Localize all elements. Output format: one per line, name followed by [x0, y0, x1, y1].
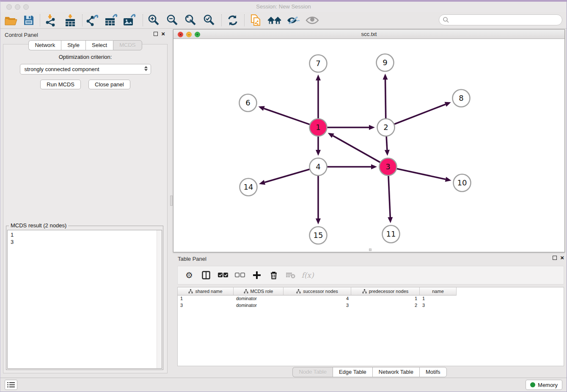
add-column-icon[interactable]: [251, 270, 262, 281]
network-canvas[interactable]: 7968124314101511: [173, 39, 564, 252]
table-row[interactable]: 3dominator323: [178, 302, 564, 309]
select-all-checks-icon[interactable]: [217, 270, 228, 281]
table-cell: 4: [284, 295, 351, 302]
tab-style[interactable]: Style: [61, 40, 85, 50]
column-header-MCDS-role[interactable]: MCDS role: [234, 287, 284, 295]
zoom-out-icon[interactable]: [165, 14, 179, 27]
network-graph[interactable]: 7968124314101511: [173, 39, 564, 252]
table-cell: 1: [351, 295, 420, 302]
table-tabs: Node TableEdge TableNetwork TableMotifs: [172, 367, 567, 377]
tab-edge-table[interactable]: Edge Table: [333, 367, 372, 377]
tab-node-table[interactable]: Node Table: [292, 367, 333, 377]
show-details-icon[interactable]: [305, 14, 319, 27]
column-header-predecessor-nodes[interactable]: predecessor nodes: [351, 287, 420, 295]
network-view-title: scc.txt: [173, 31, 564, 37]
close-panel-icon[interactable]: ×: [161, 32, 165, 36]
edge-2-3[interactable]: [386, 136, 387, 150]
view-resize-handle[interactable]: [369, 248, 372, 251]
open-folder-icon[interactable]: [4, 14, 18, 27]
node-label: 10: [457, 178, 467, 187]
tab-motifs[interactable]: Motifs: [419, 367, 447, 377]
close-table-panel-icon[interactable]: ×: [560, 256, 564, 260]
clone-network-icon[interactable]: [249, 14, 263, 27]
table-toolbar: ⚙ f(x): [177, 266, 564, 284]
hide-details-icon[interactable]: [286, 14, 300, 27]
column-header-successor-nodes[interactable]: successor nodes: [284, 287, 351, 295]
export-table-icon[interactable]: [104, 14, 118, 27]
result-scrollbar[interactable]: [157, 230, 162, 368]
gear-icon[interactable]: ⚙: [184, 270, 195, 281]
tab-select[interactable]: Select: [85, 40, 113, 50]
edge-3-1[interactable]: [333, 136, 381, 163]
table-cell: dominator: [234, 302, 284, 309]
task-history-button[interactable]: [5, 380, 17, 390]
table-cell: dominator: [234, 295, 284, 302]
criterion-select[interactable]: strongly connected component: [20, 64, 151, 75]
edge-arrow-icon: [369, 125, 375, 130]
table-header-row: shared nameMCDS rolesuccessor nodesprede…: [178, 287, 564, 295]
mcds-result-list[interactable]: 13: [7, 230, 162, 369]
edge-1-6[interactable]: [264, 108, 310, 124]
select-stepper-icon: [144, 66, 148, 71]
zoom-fit-icon[interactable]: [183, 14, 198, 27]
function-builder-icon[interactable]: f(x): [302, 270, 313, 281]
table-panel-title: Table Panel: [178, 256, 206, 262]
edge-2-9[interactable]: [385, 80, 386, 119]
tab-network-table[interactable]: Network Table: [372, 367, 419, 377]
window-title: Session: New Session: [0, 3, 567, 10]
table-row[interactable]: 1dominator411: [178, 295, 564, 302]
toolbar-separator: [82, 14, 83, 26]
float-panel-icon[interactable]: [154, 32, 158, 36]
clear-all-checks-icon[interactable]: [234, 270, 245, 281]
export-image-icon[interactable]: [122, 14, 137, 27]
main-toolbar: [0, 12, 567, 29]
control-panel-title: Control Panel: [5, 32, 38, 38]
search-input[interactable]: [449, 17, 555, 23]
edge-2-8[interactable]: [394, 104, 446, 124]
edge-3-10[interactable]: [396, 168, 446, 179]
table-panel: Table Panel × ⚙ f(x) shared nameMCDS rol…: [172, 253, 567, 378]
delete-table-icon[interactable]: [285, 270, 296, 281]
tab-network[interactable]: Network: [28, 40, 61, 50]
memory-status-icon: [530, 382, 535, 387]
edge-arrow-icon: [259, 106, 265, 111]
edge-arrow-icon: [388, 217, 393, 223]
column-header-name[interactable]: name: [420, 287, 457, 295]
close-panel-button[interactable]: Close panel: [88, 80, 130, 89]
edge-arrow-icon: [385, 150, 390, 156]
node-table[interactable]: shared nameMCDS rolesuccessor nodesprede…: [177, 287, 564, 366]
search-field[interactable]: [439, 14, 562, 25]
mcds-result-title: MCDS result (2 nodes): [9, 222, 68, 229]
result-line: 3: [11, 238, 162, 246]
column-mode-icon[interactable]: [201, 270, 212, 281]
import-network-icon[interactable]: [44, 14, 58, 27]
home-views-icon[interactable]: [267, 14, 282, 27]
edge-arrow-icon: [316, 218, 321, 224]
refresh-layout-icon[interactable]: [226, 14, 240, 27]
network-window-titlebar[interactable]: ✕ − + scc.txt: [173, 30, 564, 39]
tab-mcds[interactable]: MCDS: [113, 40, 142, 50]
edge-4-14[interactable]: [264, 169, 310, 182]
node-label: 15: [314, 231, 323, 240]
edge-3-11[interactable]: [388, 175, 390, 217]
float-table-panel-icon[interactable]: [553, 256, 557, 260]
splitter-grip[interactable]: [170, 196, 173, 206]
mcds-panel: Optimization criterion: strongly connect…: [3, 44, 168, 373]
table-cell: 3: [178, 302, 234, 309]
save-icon[interactable]: [22, 14, 36, 27]
export-network-icon[interactable]: [86, 14, 100, 27]
run-mcds-button[interactable]: Run MCDS: [40, 80, 81, 89]
zoom-selected-icon[interactable]: [202, 14, 216, 27]
node-label: 11: [386, 229, 396, 238]
zoom-in-icon[interactable]: [146, 14, 161, 27]
delete-column-icon[interactable]: [268, 270, 279, 281]
memory-button[interactable]: Memory: [526, 380, 562, 390]
memory-label: Memory: [538, 382, 558, 388]
edge-arrow-icon: [371, 164, 377, 169]
window-titlebar: Session: New Session: [0, 2, 567, 12]
column-header-shared-name[interactable]: shared name: [178, 287, 234, 295]
toolbar-separator: [221, 14, 222, 26]
result-line: 1: [11, 231, 162, 238]
import-table-icon[interactable]: [63, 14, 77, 27]
edge-arrow-icon: [259, 180, 265, 185]
